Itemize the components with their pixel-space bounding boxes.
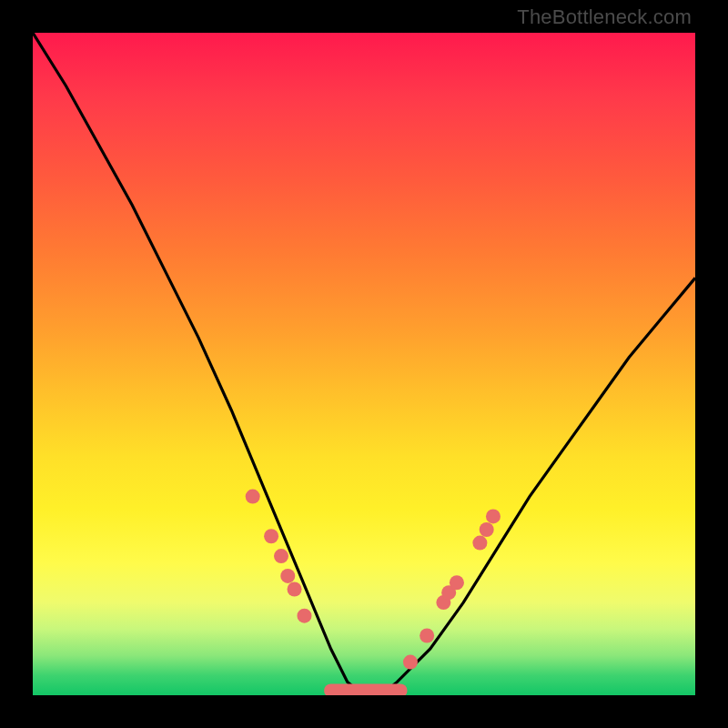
svg-point-10 (441, 585, 456, 600)
plot-area (33, 33, 695, 695)
svg-point-1 (246, 490, 260, 504)
svg-point-8 (420, 628, 434, 642)
svg-point-5 (288, 582, 302, 597)
svg-point-2 (264, 529, 278, 543)
chart-frame: TheBottleneck.com (0, 0, 728, 728)
svg-point-9 (436, 595, 450, 610)
svg-point-14 (486, 509, 500, 523)
highlight-dots (246, 490, 500, 670)
bottleneck-curve (33, 33, 695, 695)
curve-layer (33, 33, 695, 695)
svg-point-12 (472, 536, 487, 551)
svg-point-11 (450, 575, 464, 590)
svg-point-3 (274, 549, 288, 563)
svg-point-7 (403, 655, 418, 670)
svg-point-4 (280, 569, 295, 583)
svg-point-13 (480, 522, 494, 537)
svg-point-6 (297, 609, 311, 623)
watermark-text: TheBottleneck.com (517, 5, 692, 29)
